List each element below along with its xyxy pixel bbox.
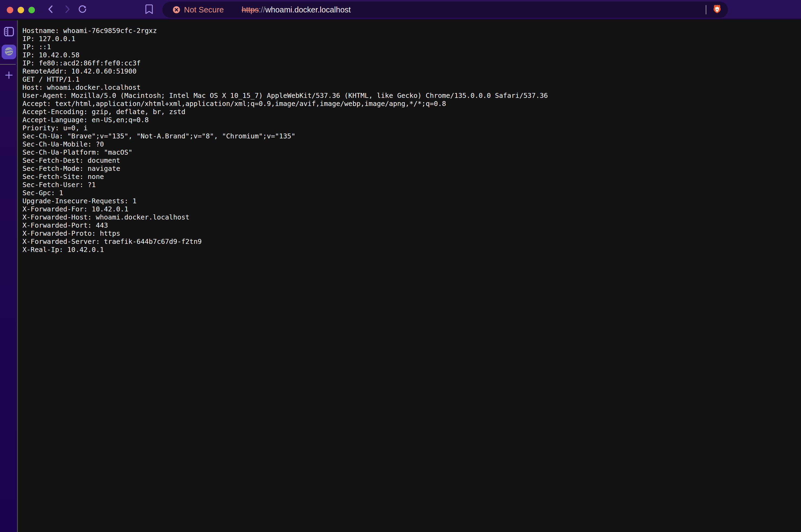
url-text: https://whoami.docker.localhost	[242, 5, 351, 14]
terminal-line: X-Real-Ip: 10.42.0.1	[22, 246, 801, 254]
terminal-line: Priority: u=0, i	[22, 124, 801, 132]
forward-button[interactable]	[62, 5, 73, 15]
terminal-line: Hostname: whoami-76c9859cfc-2rgxz	[22, 27, 801, 35]
terminal-line: X-Forwarded-Port: 443	[22, 222, 801, 229]
terminal-line: Accept: text/html,application/xhtml+xml,…	[22, 100, 801, 108]
terminal-line: Sec-Fetch-Mode: navigate	[22, 165, 801, 173]
terminal-line: Sec-Ch-Ua: "Brave";v="135", "Not-A.Brand…	[22, 132, 801, 140]
terminal-line: Host: whoami.docker.localhost	[22, 83, 801, 92]
reload-icon	[78, 5, 87, 15]
terminal-line: Accept-Language: en-US,en;q=0.8	[22, 116, 801, 124]
bookmark-icon	[145, 4, 153, 15]
vertical-tab-sidebar	[0, 20, 18, 532]
browser-toolbar: Not Secure https://whoami.docker.localho…	[0, 0, 801, 19]
terminal-line: IP: 127.0.0.1	[22, 35, 801, 43]
terminal-line: X-Forwarded-For: 10.42.0.1	[22, 205, 801, 213]
bookmark-button[interactable]	[145, 4, 153, 15]
plus-icon	[4, 71, 14, 81]
url-separator: ://	[259, 5, 265, 14]
terminal-line: Sec-Gpc: 1	[22, 189, 801, 197]
maximize-button[interactable]	[29, 7, 35, 13]
globe-icon	[3, 46, 14, 58]
sidebar-divider	[0, 64, 16, 64]
new-tab-button[interactable]	[3, 70, 15, 81]
reload-button[interactable]	[77, 5, 88, 15]
back-button[interactable]	[45, 5, 56, 15]
terminal-line: GET / HTTP/1.1	[22, 75, 801, 83]
sidebar-panel-icon	[4, 33, 14, 37]
brave-shields-button[interactable]	[712, 4, 722, 15]
minimize-button[interactable]	[18, 7, 24, 13]
close-button[interactable]	[7, 7, 13, 13]
terminal-line: Accept-Encoding: gzip, deflate, br, zstd	[22, 108, 801, 116]
page-content: Hostname: whoami-76c9859cfc-2rgxz IP: 12…	[19, 20, 801, 532]
url-scheme: https	[242, 5, 259, 14]
terminal-line: Sec-Fetch-Site: none	[22, 173, 801, 181]
terminal-line: X-Forwarded-Host: whoami.docker.localhos…	[22, 213, 801, 222]
whoami-output: Hostname: whoami-76c9859cfc-2rgxz IP: 12…	[19, 20, 801, 254]
terminal-line: IP: ::1	[22, 43, 801, 51]
terminal-line: Sec-Fetch-User: ?1	[22, 181, 801, 189]
terminal-line: X-Forwarded-Proto: https	[22, 229, 801, 238]
sidebar-toggle-button[interactable]	[4, 27, 14, 37]
terminal-line: Sec-Ch-Ua-Mobile: ?0	[22, 140, 801, 148]
active-tab-whoami[interactable]	[2, 44, 16, 59]
terminal-line: IP: 10.42.0.58	[22, 51, 801, 59]
terminal-line: X-Forwarded-Server: traefik-644b7c67d9-f…	[22, 238, 801, 246]
terminal-line: Sec-Ch-Ua-Platform: "macOS"	[22, 148, 801, 156]
terminal-line: Sec-Fetch-Dest: document	[22, 156, 801, 165]
forward-arrow-icon	[64, 5, 71, 15]
terminal-line: IP: fe80::acd2:86ff:fef0:cc3f	[22, 59, 801, 67]
not-secure-icon	[172, 6, 180, 14]
address-bar[interactable]: Not Secure https://whoami.docker.localho…	[162, 2, 728, 18]
url-host: whoami.docker.localhost	[265, 5, 351, 14]
brave-lion-icon	[712, 4, 722, 15]
terminal-line: User-Agent: Mozilla/5.0 (Macintosh; Inte…	[22, 92, 801, 100]
security-status-label: Not Secure	[184, 5, 224, 14]
terminal-line: Upgrade-Insecure-Requests: 1	[22, 197, 801, 205]
terminal-line: RemoteAddr: 10.42.0.60:51900	[22, 67, 801, 75]
address-bar-divider	[706, 5, 706, 14]
back-arrow-icon	[47, 5, 54, 15]
